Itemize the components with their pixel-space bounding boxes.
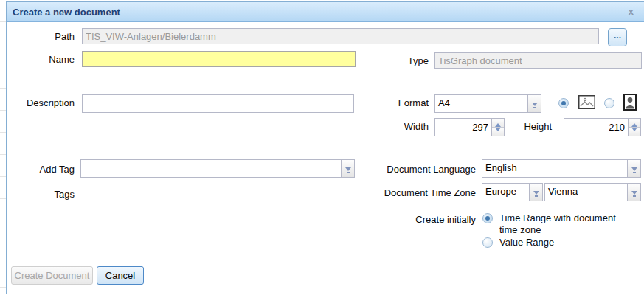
height-field[interactable] bbox=[564, 118, 629, 136]
add-tag-value bbox=[81, 160, 341, 177]
dialog-title: Create a new document bbox=[13, 7, 120, 18]
orientation-landscape-radio[interactable] bbox=[558, 98, 569, 108]
portrait-person-icon[interactable] bbox=[623, 94, 637, 114]
width-label: Width bbox=[368, 121, 429, 132]
document-language-dropdown-button[interactable] bbox=[627, 160, 640, 177]
time-zone-city-value: Vienna bbox=[545, 184, 627, 201]
landscape-image-icon[interactable] bbox=[578, 95, 595, 112]
add-tag-dropdown-button[interactable] bbox=[341, 160, 354, 177]
document-language-combo[interactable]: English bbox=[482, 159, 641, 178]
height-spin-up-icon[interactable] bbox=[629, 119, 640, 128]
create-document-dialog: Create a new document x Path ... Name Ty… bbox=[6, 1, 644, 294]
dialog-titlebar[interactable]: Create a new document bbox=[7, 2, 644, 22]
cancel-button[interactable]: Cancel bbox=[97, 266, 144, 285]
document-language-value: English bbox=[482, 160, 627, 177]
browse-button[interactable]: ... bbox=[608, 28, 627, 46]
path-label: Path bbox=[29, 31, 75, 42]
create-document-button[interactable]: Create Document bbox=[11, 266, 93, 285]
height-label: Height bbox=[490, 121, 552, 132]
format-value: A4 bbox=[435, 95, 527, 112]
close-icon[interactable]: x bbox=[629, 6, 634, 18]
time-zone-region-dropdown-button[interactable] bbox=[529, 184, 542, 201]
tags-label: Tags bbox=[14, 189, 75, 200]
value-range-radio[interactable] bbox=[482, 237, 493, 248]
value-range-option-label: Value Range bbox=[499, 237, 634, 249]
type-field bbox=[434, 52, 642, 69]
create-initially-label: Create initially bbox=[353, 214, 476, 225]
document-time-zone-label: Document Time Zone bbox=[353, 187, 476, 198]
document-language-label: Document Language bbox=[353, 164, 476, 175]
time-zone-region-combo[interactable]: Europe bbox=[482, 183, 543, 201]
name-field[interactable] bbox=[82, 51, 356, 67]
path-field bbox=[82, 28, 599, 44]
add-tag-label: Add Tag bbox=[14, 164, 75, 175]
time-zone-region-value: Europe bbox=[482, 184, 529, 201]
format-label: Format bbox=[368, 97, 429, 108]
height-spin-down-icon[interactable] bbox=[629, 128, 640, 136]
add-tag-combo[interactable] bbox=[80, 159, 355, 178]
format-combo[interactable]: A4 bbox=[434, 94, 541, 113]
format-dropdown-button[interactable] bbox=[527, 95, 541, 112]
description-field[interactable] bbox=[82, 94, 354, 113]
width-field[interactable] bbox=[434, 118, 492, 136]
name-label: Name bbox=[29, 54, 75, 65]
type-label: Type bbox=[375, 55, 429, 66]
time-zone-city-dropdown-button[interactable] bbox=[627, 184, 640, 201]
height-stepper bbox=[564, 118, 641, 136]
time-range-option-label: Time Range with document time zone bbox=[499, 212, 634, 236]
time-range-radio[interactable] bbox=[482, 213, 493, 223]
orientation-portrait-radio[interactable] bbox=[604, 98, 614, 108]
screen: Create a new document x Path ... Name Ty… bbox=[0, 0, 644, 295]
time-zone-city-combo[interactable]: Vienna bbox=[544, 183, 641, 201]
description-label: Description bbox=[14, 97, 75, 108]
